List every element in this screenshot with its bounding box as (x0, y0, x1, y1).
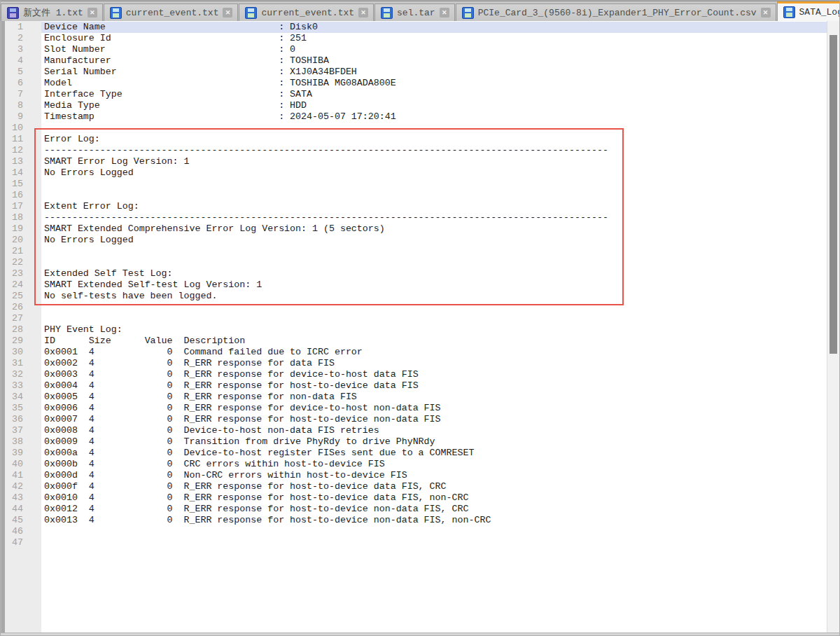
vertical-scrollbar[interactable] (827, 21, 839, 635)
floppy-purple-icon (7, 7, 19, 19)
line-number: 38 (5, 436, 23, 448)
code-line[interactable]: SMART Extended Comprehensive Error Log V… (41, 223, 827, 235)
code-line[interactable]: No Errors Logged (41, 167, 827, 179)
line-number: 26 (5, 302, 23, 313)
code-line[interactable] (41, 257, 827, 268)
tab-current-event-1[interactable]: current_event.txt✕ (104, 4, 239, 21)
line-number: 37 (5, 425, 23, 436)
tab-sel-tar[interactable]: sel.tar✕ (374, 4, 455, 21)
code-line[interactable]: Error Log: (41, 134, 827, 145)
code-line[interactable] (41, 190, 827, 201)
code-line[interactable]: Timestamp : 2024-05-07 17:20:41 (41, 111, 827, 123)
line-number: 13 (5, 156, 23, 167)
code-line[interactable]: SMART Extended Self-test Log Version: 1 (41, 279, 827, 291)
code-line[interactable]: ID Size Value Description (41, 336, 827, 347)
tab-sata-log[interactable]: SATA_Log✕ (777, 1, 840, 21)
code-line[interactable] (41, 246, 827, 257)
line-number: 46 (5, 526, 23, 537)
code-line[interactable]: PHY Event Log: (41, 324, 827, 336)
code-line[interactable]: 0x0013 4 0 R_ERR response for host-to-de… (41, 515, 827, 526)
line-number: 15 (5, 179, 23, 190)
code-line[interactable]: ----------------------------------------… (41, 145, 827, 156)
text-editor-window: 新文件 1.txt✕current_event.txt✕current_even… (0, 0, 840, 636)
floppy-blue-icon (245, 7, 257, 19)
line-number: 2 (5, 33, 23, 44)
code-line[interactable]: Device Name : Disk0 (41, 22, 827, 33)
tab-close-icon[interactable]: ✕ (761, 8, 771, 18)
tab-new-file-1[interactable]: 新文件 1.txt✕ (1, 4, 103, 21)
line-number: 7 (5, 89, 23, 100)
tab-label: current_event.txt (126, 8, 219, 18)
tab-label: sel.tar (397, 8, 435, 18)
code-line[interactable] (41, 123, 827, 134)
line-number: 21 (5, 246, 23, 257)
line-number: 34 (5, 392, 23, 403)
code-line[interactable]: Extent Error Log: (41, 201, 827, 212)
code-line[interactable]: 0x0005 4 0 R_ERR response for non-data F… (41, 392, 827, 403)
code-line[interactable] (41, 526, 827, 537)
code-line[interactable]: SMART Error Log Version: 1 (41, 156, 827, 167)
line-number: 3 (5, 44, 23, 55)
tab-label: 新文件 1.txt (23, 6, 83, 19)
tab-close-icon[interactable]: ✕ (440, 8, 449, 18)
line-number: 45 (5, 515, 23, 526)
tab-close-icon[interactable]: ✕ (358, 8, 368, 18)
code-line[interactable]: 0x0006 4 0 R_ERR response for device-to-… (41, 403, 827, 414)
line-number: 17 (5, 201, 23, 212)
code-line[interactable]: 0x0009 4 0 Transition from drive PhyRdy … (41, 436, 827, 448)
line-number: 36 (5, 414, 23, 425)
code-line[interactable]: 0x000f 4 0 R_ERR response for host-to-de… (41, 481, 827, 492)
code-line[interactable]: 0x0002 4 0 R_ERR response for data FIS (41, 358, 827, 369)
line-number: 31 (5, 358, 23, 369)
line-number: 28 (5, 324, 23, 336)
code-line[interactable]: 0x0001 4 0 Command failed due to ICRC er… (41, 347, 827, 358)
code-line[interactable]: Manufacturer : TOSHIBA (41, 55, 827, 67)
code-line[interactable]: 0x0010 4 0 R_ERR response for host-to-de… (41, 492, 827, 504)
code-line[interactable]: 0x0008 4 0 Device-to-host non-data FIS r… (41, 425, 827, 436)
line-number: 29 (5, 336, 23, 347)
code-line[interactable]: Enclosure Id : 251 (41, 33, 827, 44)
line-number: 14 (5, 167, 23, 179)
tab-current-event-2[interactable]: current_event.txt✕ (239, 4, 374, 21)
line-number: 1 (5, 22, 23, 33)
code-line[interactable]: 0x000d 4 0 Non-CRC errors within host-to… (41, 470, 827, 481)
code-line[interactable] (41, 179, 827, 190)
tab-close-icon[interactable]: ✕ (88, 8, 97, 18)
code-line[interactable]: 0x0012 4 0 R_ERR response for host-to-de… (41, 504, 827, 515)
line-number: 4 (5, 55, 23, 67)
bottom-strip (1, 632, 839, 635)
line-number: 22 (5, 257, 23, 268)
code-line[interactable]: ----------------------------------------… (41, 212, 827, 223)
code-line[interactable]: No self-tests have been logged. (41, 291, 827, 302)
code-line[interactable]: Serial Number : X1J0A34BFDEH (41, 67, 827, 78)
line-number: 30 (5, 347, 23, 358)
code-line[interactable] (41, 313, 827, 324)
code-line[interactable]: 0x0004 4 0 R_ERR response for host-to-de… (41, 380, 827, 392)
code-line[interactable]: Model : TOSHIBA MG08ADA800E (41, 78, 827, 89)
code-line[interactable] (41, 302, 827, 313)
line-number: 9 (5, 111, 23, 123)
line-number: 32 (5, 369, 23, 380)
line-number: 20 (5, 235, 23, 246)
tab-bar: 新文件 1.txt✕current_event.txt✕current_even… (1, 1, 839, 21)
code-line[interactable]: No Errors Logged (41, 235, 827, 246)
line-number: 47 (5, 537, 23, 548)
code-line[interactable]: 0x0003 4 0 R_ERR response for device-to-… (41, 369, 827, 380)
scrollbar-thumb[interactable] (830, 35, 837, 354)
code-line[interactable]: Interface Type : SATA (41, 89, 827, 100)
code-line[interactable]: 0x000a 4 0 Device-to-host register FISes… (41, 448, 827, 459)
code-line[interactable]: 0x000b 4 0 CRC errors within host-to-dev… (41, 459, 827, 470)
line-number: 12 (5, 145, 23, 156)
line-number: 11 (5, 134, 23, 145)
code-line[interactable] (41, 537, 827, 548)
code-line[interactable]: Slot Number : 0 (41, 44, 827, 55)
code-line[interactable]: 0x0007 4 0 R_ERR response for host-to-de… (41, 414, 827, 425)
tab-close-icon[interactable]: ✕ (223, 8, 232, 18)
document-text-area[interactable]: Device Name : Disk0Enclosure Id : 251Slo… (41, 21, 827, 635)
tab-pcie-card-csv[interactable]: PCIe_Card_3_(9560-8i)_Expander1_PHY_Erro… (456, 4, 776, 21)
code-line[interactable]: Extended Self Test Log: (41, 268, 827, 279)
code-line[interactable]: Media Type : HDD (41, 100, 827, 111)
editor-area: 1234567891011121314151617181920212223242… (1, 21, 839, 635)
line-number: 41 (5, 470, 23, 481)
line-number: 23 (5, 268, 23, 279)
